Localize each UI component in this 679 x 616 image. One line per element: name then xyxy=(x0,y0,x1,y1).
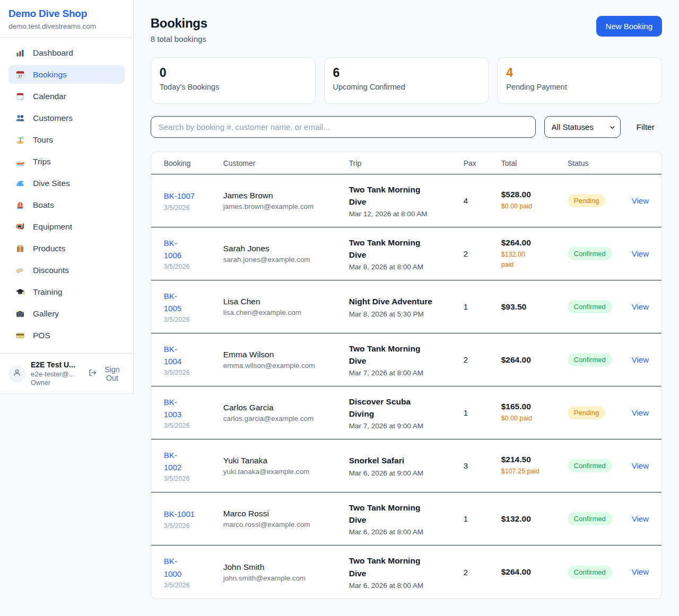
booking-id-link[interactable]: BK- 1006 xyxy=(164,237,181,262)
view-link[interactable]: View xyxy=(632,461,649,470)
status-select[interactable]: All Statuses xyxy=(544,116,621,138)
sidebar-item-tours[interactable]: Tours xyxy=(8,130,125,149)
stat-label: Pending Payment xyxy=(506,83,653,91)
pax-count: 2 xyxy=(464,355,501,364)
stat-card-upcoming-confirmed: 6 Upcoming Confirmed xyxy=(324,57,489,104)
view-link[interactable]: View xyxy=(632,408,649,417)
stats-row: 0 Today's Bookings 6 Upcoming Confirmed … xyxy=(151,57,662,104)
sidebar-item-dive-sites[interactable]: Dive Sites xyxy=(8,174,125,192)
sidebar-item-dashboard[interactable]: Dashboard xyxy=(8,43,125,62)
user-info: E2E Test U... e2e-tester@... Owner xyxy=(31,360,83,386)
customer-name: Lisa Chen xyxy=(223,297,349,306)
pax-count: 2 xyxy=(464,568,501,577)
booking-date: 3/5/2026 xyxy=(164,522,223,530)
booking-id-link[interactable]: BK- 1004 xyxy=(164,343,181,368)
sidebar-item-pos[interactable]: POS xyxy=(8,326,125,345)
sidebar-item-discounts[interactable]: Discounts xyxy=(8,261,125,279)
total-amount: $264.00 xyxy=(501,238,568,248)
sidebar: Demo Dive Shop demo.test.divestreams.com… xyxy=(0,0,134,394)
label-tag-icon xyxy=(15,265,25,275)
desert-island-icon xyxy=(15,135,25,145)
column-header-booking: Booking xyxy=(164,159,223,168)
table-header: Booking Customer Trip Pax Total Status xyxy=(151,152,661,174)
table-row: BK-10013/5/2026 Marco Rossimarco.rossi@e… xyxy=(151,492,661,545)
new-booking-button[interactable]: New Booking xyxy=(596,16,662,37)
water-wave-icon xyxy=(15,178,25,188)
total-amount: $132.00 xyxy=(501,514,568,524)
column-header-total: Total xyxy=(501,159,568,168)
customer-email: emma.wilson@example.com xyxy=(223,362,349,369)
customer-name: James Brown xyxy=(223,191,349,200)
booking-date: 3/5/2026 xyxy=(164,582,223,589)
brand: Demo Dive Shop demo.test.divestreams.com xyxy=(0,0,133,38)
page-title-block: Bookings 8 total bookings xyxy=(151,16,207,43)
bookings-table: Booking Customer Trip Pax Total Status B… xyxy=(151,152,662,599)
sign-out-button[interactable]: Sign Out xyxy=(88,365,125,382)
status-badge: Confirmed xyxy=(568,300,612,313)
booking-id-link[interactable]: BK- 1002 xyxy=(164,449,181,474)
main-content: Bookings 8 total bookings New Booking 0 … xyxy=(134,0,679,616)
user-box: E2E Test U... e2e-tester@... Owner Sign … xyxy=(0,353,133,393)
two-people-icon xyxy=(15,113,25,123)
sign-out-label: Sign Out xyxy=(100,365,125,382)
trip-name: Two Tank Morning Dive xyxy=(349,236,464,261)
user-name: E2E Test U... xyxy=(31,360,83,369)
status-badge: Confirmed xyxy=(568,247,612,260)
customer-email: lisa.chen@example.com xyxy=(223,309,349,316)
sidebar-item-label: Products xyxy=(33,244,65,253)
stat-label: Today's Bookings xyxy=(160,83,307,91)
search-input[interactable] xyxy=(151,116,536,138)
calendar-date-icon: 17 xyxy=(15,69,25,80)
sidebar-item-boats[interactable]: Boats xyxy=(8,196,125,214)
view-link[interactable]: View xyxy=(632,196,649,205)
view-link[interactable]: View xyxy=(632,302,649,311)
sidebar-item-label: Tours xyxy=(33,135,53,145)
customer-name: Sarah Jones xyxy=(223,244,349,253)
pax-count: 1 xyxy=(464,302,501,311)
svg-text:17: 17 xyxy=(18,74,22,77)
booking-id-link[interactable]: BK- 1005 xyxy=(164,290,181,315)
booking-id-link[interactable]: BK-1007 xyxy=(164,190,195,202)
sidebar-item-label: Bookings xyxy=(33,70,67,80)
view-link[interactable]: View xyxy=(632,355,649,364)
trip-name: Snorkel Safari xyxy=(349,454,464,467)
view-link[interactable]: View xyxy=(632,567,649,576)
sidebar-item-label: Calendar xyxy=(33,92,66,101)
sidebar-item-customers[interactable]: Customers xyxy=(8,109,125,127)
sidebar-item-equipment[interactable]: Equipment xyxy=(8,217,125,236)
credit-card-icon xyxy=(15,330,25,340)
app-root: Demo Dive Shop demo.test.divestreams.com… xyxy=(0,0,679,616)
stat-card-pending-payment: 4 Pending Payment xyxy=(497,57,662,104)
filter-button[interactable]: Filter xyxy=(629,122,662,132)
sidebar-item-label: Customers xyxy=(33,113,73,123)
sidebar-item-trips[interactable]: Trips xyxy=(8,152,125,171)
view-link[interactable]: View xyxy=(632,249,649,258)
sidebar-item-products[interactable]: Products xyxy=(8,239,125,258)
customer-name: Emma Wilson xyxy=(223,350,349,359)
sailboat-icon xyxy=(15,200,25,210)
sidebar-item-training[interactable]: Training xyxy=(8,283,125,301)
sidebar-item-bookings[interactable]: 17 Bookings xyxy=(8,65,125,84)
sidebar-item-label: Dive Sites xyxy=(33,179,70,188)
graduation-cap-icon xyxy=(15,287,25,297)
booking-date: 3/5/2026 xyxy=(164,369,223,376)
booking-id-link[interactable]: BK- 1003 xyxy=(164,396,181,421)
booking-id-link[interactable]: BK-1001 xyxy=(164,508,195,520)
paid-amount: $0.00 paid xyxy=(501,413,568,424)
customer-name: John Smith xyxy=(223,562,349,572)
booking-id-link[interactable]: BK- 1000 xyxy=(164,555,181,580)
total-amount: $264.00 xyxy=(501,567,568,577)
bar-chart-icon xyxy=(15,48,25,58)
sidebar-item-gallery[interactable]: Gallery xyxy=(8,304,125,323)
table-row: BK- 10063/5/2026 Sarah Jonessarah.jones@… xyxy=(151,227,661,280)
status-badge: Pending xyxy=(568,194,606,207)
view-link[interactable]: View xyxy=(632,514,649,523)
trip-name: Two Tank Morning Dive xyxy=(349,183,464,208)
sidebar-item-label: POS xyxy=(33,331,50,340)
column-header-customer: Customer xyxy=(223,159,349,168)
trip-name: Night Dive Adventure xyxy=(349,295,464,307)
customer-email: marco.rossi@example.com xyxy=(223,521,349,529)
column-header-pax: Pax xyxy=(464,159,501,168)
trip-name: Two Tank Morning Dive xyxy=(349,555,464,579)
sidebar-item-calendar[interactable]: Calendar xyxy=(8,87,125,105)
